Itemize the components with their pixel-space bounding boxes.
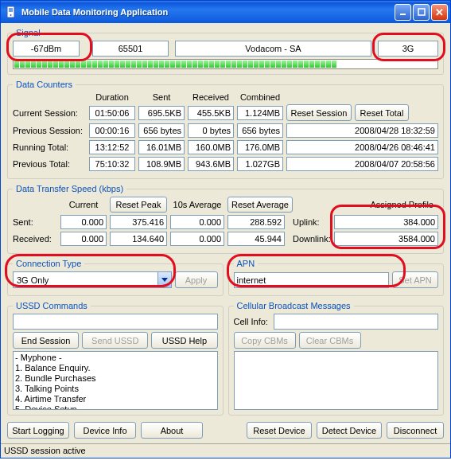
uplink-label: Uplink: xyxy=(288,217,331,227)
conn-group: Connection Type 3G Only Apply xyxy=(7,259,224,296)
detect-device-button[interactable]: Detect Device xyxy=(317,422,382,439)
hdr-sent: Sent xyxy=(138,92,185,102)
cbm-legend: Cellular Broadcast Messages xyxy=(234,301,354,310)
set-apn-button[interactable]: Set APN xyxy=(392,271,438,288)
speed-group: Data Transfer Speed (kbps) Current Reset… xyxy=(7,184,444,254)
ptot-comb: 1.027GB xyxy=(237,157,283,171)
signal-dbm: -67dBm xyxy=(13,41,80,57)
signal-tech: 3G xyxy=(378,41,438,57)
ussd-input[interactable] xyxy=(13,314,218,330)
reset-device-button[interactable]: Reset Device xyxy=(247,422,312,439)
disconnect-button[interactable]: Disconnect xyxy=(387,422,444,439)
start-logging-button[interactable]: Start Logging xyxy=(7,422,69,439)
conn-legend: Connection Type xyxy=(13,259,84,268)
cur-sent: 695.5KB xyxy=(138,106,185,120)
sent-avgpeak: 288.592 xyxy=(227,215,285,229)
maximize-button[interactable] xyxy=(413,4,430,21)
recv-label: Received: xyxy=(13,234,57,244)
signal-bar xyxy=(13,59,438,69)
ussd-response-list[interactable]: - Myphone -1. Balance Enquiry.2. Bundle … xyxy=(13,351,218,410)
prev-recv: 0 bytes xyxy=(188,123,234,138)
sent-label: Sent: xyxy=(13,217,57,227)
ptot-dur: 75:10:32 xyxy=(89,157,135,171)
svg-rect-4 xyxy=(418,9,425,15)
ussd-legend: USSD Commands xyxy=(13,301,91,310)
svg-marker-5 xyxy=(161,278,168,282)
run-comb: 176.0MB xyxy=(237,140,283,154)
speed-legend: Data Transfer Speed (kbps) xyxy=(13,184,126,193)
cellinfo-label: Cell Info: xyxy=(234,317,270,326)
hdr-profile: Assigned Profile xyxy=(296,200,438,209)
chevron-down-icon xyxy=(157,272,171,287)
prev-sent: 656 bytes xyxy=(138,123,185,138)
about-button[interactable]: About xyxy=(141,422,203,439)
reset-avg-button[interactable]: Reset Average xyxy=(227,197,293,213)
app-icon xyxy=(6,6,18,18)
signal-code: 65501 xyxy=(92,41,169,57)
downlink-label: Downlink: xyxy=(288,234,331,244)
hdr-duration: Duration xyxy=(89,92,135,102)
hdr-10s: 10s Average xyxy=(170,200,224,209)
run-sent: 16.01MB xyxy=(138,140,185,154)
cellinfo-value xyxy=(274,314,439,330)
signal-operator: Vodacom - SA xyxy=(175,41,371,57)
downlink-value: 3584.000 xyxy=(334,232,438,246)
prev-dur: 00:00:16 xyxy=(89,123,135,138)
send-ussd-button[interactable]: Send USSD xyxy=(82,332,148,349)
uplink-value: 384.000 xyxy=(334,215,438,229)
main-window: Mobile Data Monitoring Application ✕ Sig… xyxy=(0,0,451,458)
ussd-group: USSD Commands End Session Send USSD USSD… xyxy=(7,301,224,416)
status-bar: USSD session active xyxy=(1,443,450,458)
conn-type-value: 3G Only xyxy=(17,275,49,285)
run-ts: 2008/04/26 08:46:41 xyxy=(286,140,438,154)
apn-input[interactable]: internet xyxy=(234,272,390,288)
apn-legend: APN xyxy=(234,259,259,268)
ptot-ts: 2008/04/07 20:58:56 xyxy=(286,157,438,171)
cur-recv: 455.5KB xyxy=(188,106,234,120)
titlebar: Mobile Data Monitoring Application ✕ xyxy=(1,1,450,23)
reset-session-button[interactable]: Reset Session xyxy=(286,104,352,121)
hdr-current: Current xyxy=(60,200,107,209)
row-label: Current Session: xyxy=(13,108,86,118)
counters-group: Data Counters Duration Sent Received Com… xyxy=(7,80,444,179)
cbm-group: Cellular Broadcast Messages Cell Info: C… xyxy=(228,301,445,416)
clear-cbm-button[interactable]: Clear CBMs xyxy=(299,332,361,349)
ptot-recv: 943.6MB xyxy=(188,157,234,171)
apn-group: APN internet Set APN xyxy=(228,259,445,296)
prev-comb: 656 bytes xyxy=(237,123,283,138)
cur-comb: 1.124MB xyxy=(237,106,283,120)
sent-cur: 0.000 xyxy=(60,215,107,229)
recv-avgpeak: 45.944 xyxy=(227,232,285,246)
ptot-sent: 108.9MB xyxy=(138,157,185,171)
row-label: Previous Total: xyxy=(13,159,86,169)
signal-group: Signal -67dBm 65501 Vodacom - SA 3G xyxy=(7,28,444,75)
ussd-help-button[interactable]: USSD Help xyxy=(151,332,217,349)
svg-rect-3 xyxy=(400,14,406,15)
reset-peak-button[interactable]: Reset Peak xyxy=(110,197,167,213)
recv-avg: 0.000 xyxy=(170,232,224,246)
device-info-button[interactable]: Device Info xyxy=(74,422,136,439)
copy-cbm-button[interactable]: Copy CBMs xyxy=(234,332,296,349)
counters-legend: Data Counters xyxy=(13,80,76,89)
minimize-button[interactable] xyxy=(395,4,411,21)
apply-button[interactable]: Apply xyxy=(175,271,218,288)
svg-point-2 xyxy=(10,14,12,16)
recv-cur: 0.000 xyxy=(60,232,107,246)
sent-avg: 0.000 xyxy=(170,215,224,229)
cbm-list[interactable] xyxy=(234,351,439,410)
prev-ts: 2008/04/28 18:32:59 xyxy=(286,123,438,138)
hdr-combined: Combined xyxy=(237,92,283,102)
run-dur: 13:12:52 xyxy=(89,140,135,154)
cur-dur: 01:50:06 xyxy=(89,106,135,120)
recv-peak: 134.640 xyxy=(110,232,167,246)
close-button[interactable]: ✕ xyxy=(431,4,448,21)
signal-legend: Signal xyxy=(13,28,44,37)
svg-rect-1 xyxy=(9,8,13,12)
run-recv: 160.0MB xyxy=(188,140,234,154)
reset-total-button[interactable]: Reset Total xyxy=(355,104,409,121)
row-label: Running Total: xyxy=(13,142,86,152)
conn-type-select[interactable]: 3G Only xyxy=(13,271,172,288)
row-label: Previous Session: xyxy=(13,126,86,135)
end-session-button[interactable]: End Session xyxy=(13,332,79,349)
hdr-received: Received xyxy=(188,92,234,102)
